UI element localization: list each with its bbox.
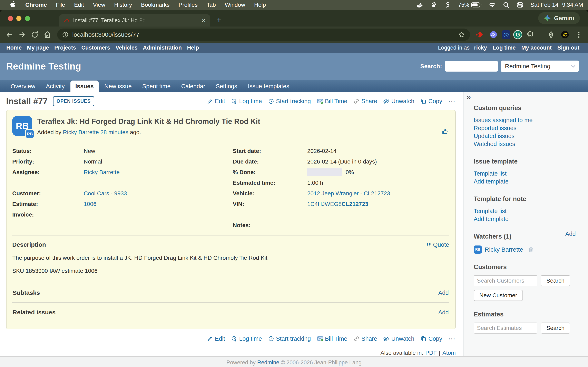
topmenu-home[interactable]: Home [4, 45, 24, 51]
add-template-link[interactable]: Add template [474, 178, 576, 185]
project-jump-select[interactable]: Redmine Testing [501, 60, 579, 72]
add-related-issue-link[interactable]: Add [438, 309, 449, 316]
browser-tab[interactable]: Install #77: Teraflex Jk: Hd Fo ✕ [59, 14, 210, 26]
topmenu-projects[interactable]: Projects [52, 45, 79, 51]
search-customers-input[interactable] [474, 275, 537, 286]
tab-issues[interactable]: Issues [70, 81, 99, 92]
redmine-link[interactable]: Redmine [257, 359, 279, 366]
battery-indicator[interactable]: 75% [458, 2, 482, 8]
menu-bookmarks[interactable]: Bookmarks [136, 2, 174, 8]
more-actions-button[interactable]: ⋯ [448, 97, 456, 105]
extension-purple-icon[interactable] [488, 29, 499, 40]
status-app-paw-icon[interactable] [430, 1, 437, 8]
extensions-puzzle-icon[interactable] [525, 29, 536, 40]
menu-profiles[interactable]: Profiles [174, 2, 202, 8]
author-link[interactable]: Ricky Barrette [63, 129, 99, 135]
thumbs-up-button[interactable] [442, 128, 448, 136]
start-tracking-button[interactable]: Start tracking [268, 335, 311, 342]
topmenu-customers[interactable]: Customers [79, 45, 113, 51]
log-time-button[interactable]: Log time [231, 335, 262, 342]
minimize-window-button[interactable] [16, 16, 21, 21]
grammarly-icon[interactable]: G [513, 30, 522, 39]
more-actions-button[interactable]: ⋯ [448, 334, 456, 343]
browser-menu-kebab-icon[interactable] [573, 29, 584, 40]
tab-issue-templates[interactable]: Issue templates [243, 81, 294, 92]
log-time-button[interactable]: Log time [231, 98, 262, 105]
menu-chrome[interactable]: Chrome [21, 2, 52, 8]
topmenu-administration[interactable]: Administration [140, 45, 185, 51]
bill-time-button[interactable]: Bill Time [317, 335, 347, 342]
unwatch-button[interactable]: Unwatch [383, 335, 414, 342]
menu-help[interactable]: Help [250, 2, 270, 8]
search-estimates-button[interactable]: Search [541, 323, 570, 334]
sidebar-link-issues-assigned[interactable]: Issues assigned to me [474, 116, 576, 124]
tab-close-icon[interactable]: ✕ [201, 17, 206, 24]
share-button[interactable]: Share [354, 335, 377, 342]
tab-new-issue[interactable]: New issue [99, 81, 137, 92]
share-button[interactable]: Share [354, 98, 377, 105]
tab-calendar[interactable]: Calendar [176, 81, 210, 92]
log-time-link[interactable]: Log time [491, 45, 518, 51]
note-add-template-link[interactable]: Add template [474, 215, 576, 223]
delete-watcher-trash-icon[interactable] [527, 246, 534, 253]
added-time-link[interactable]: 28 minutes [100, 129, 129, 135]
new-customer-button[interactable]: New Customer [474, 290, 523, 301]
back-button[interactable] [4, 29, 15, 40]
watcher-name-link[interactable]: Ricky Barrette [485, 246, 523, 253]
template-list-link[interactable]: Template list [474, 170, 576, 178]
assignee-link[interactable]: Ricky Barrette [84, 169, 233, 175]
quote-button[interactable]: Quote [426, 242, 449, 248]
menu-view[interactable]: View [88, 2, 110, 8]
zoom-window-button[interactable] [25, 16, 30, 21]
sidebar-link-watched-issues[interactable]: Watched issues [474, 140, 576, 148]
search-customers-button[interactable]: Search [541, 275, 570, 286]
tab-settings[interactable]: Settings [211, 81, 242, 92]
new-tab-button[interactable]: + [216, 15, 222, 26]
tab-spent-time[interactable]: Spent time [138, 81, 176, 92]
tab-activity[interactable]: Activity [41, 81, 70, 92]
profile-avatar[interactable] [559, 29, 571, 40]
my-account-link[interactable]: My account [519, 45, 554, 51]
home-button[interactable] [42, 29, 53, 40]
menu-edit[interactable]: Edit [70, 2, 88, 8]
control-center-icon[interactable] [517, 1, 523, 8]
reload-button[interactable] [29, 29, 40, 40]
sign-out-link[interactable]: Sign out [555, 45, 581, 51]
menu-tab[interactable]: Tab [202, 2, 220, 8]
sidebar-link-updated-issues[interactable]: Updated issues [474, 132, 576, 140]
bookmark-star-icon[interactable] [458, 31, 465, 38]
docker-icon[interactable] [416, 1, 424, 8]
address-bar[interactable]: localhost:3000/issues/77 [57, 29, 470, 41]
menu-history[interactable]: History [110, 2, 136, 8]
note-template-list-link[interactable]: Template list [474, 207, 576, 215]
open-issues-badge[interactable]: OPEN ISSUES [53, 96, 94, 106]
bill-time-button[interactable]: Bill Time [317, 98, 347, 105]
add-subtask-link[interactable]: Add [438, 290, 449, 296]
gemini-button[interactable]: Gemini [538, 12, 580, 24]
spotlight-search-icon[interactable] [503, 1, 510, 8]
topmenu-help[interactable]: Help [184, 45, 202, 51]
sidebar-collapse-icon[interactable]: » [466, 92, 471, 102]
current-user-link[interactable]: ricky [472, 45, 489, 51]
extension-at-icon[interactable]: @ [502, 30, 510, 39]
menubar-clock[interactable]: Sat Feb 14 9:34 AM [530, 2, 583, 8]
forward-button[interactable] [16, 29, 28, 40]
close-window-button[interactable] [8, 16, 13, 21]
apple-menu-icon[interactable] [5, 1, 21, 9]
menu-window[interactable]: Window [220, 2, 250, 8]
customer-link[interactable]: Cool Cars - 9933 [84, 190, 233, 197]
site-info-icon[interactable] [62, 31, 69, 38]
add-watcher-link[interactable]: Add [565, 231, 576, 237]
tab-overview[interactable]: Overview [6, 81, 40, 92]
extension-red-icon[interactable] [474, 29, 485, 40]
topmenu-vehicles[interactable]: Vehicles [113, 45, 140, 51]
unwatch-button[interactable]: Unwatch [383, 98, 414, 105]
atom-link[interactable]: Atom [442, 350, 456, 356]
copy-button[interactable]: Copy [420, 335, 442, 342]
edit-button[interactable]: Edit [207, 335, 225, 342]
start-tracking-button[interactable]: Start tracking [268, 98, 311, 105]
vehicle-link[interactable]: 2012 Jeep Wrangler - CL212723 [307, 190, 449, 197]
menu-file[interactable]: File [52, 2, 70, 8]
wifi-icon[interactable] [489, 1, 496, 8]
search-estimates-input[interactable] [474, 323, 537, 334]
